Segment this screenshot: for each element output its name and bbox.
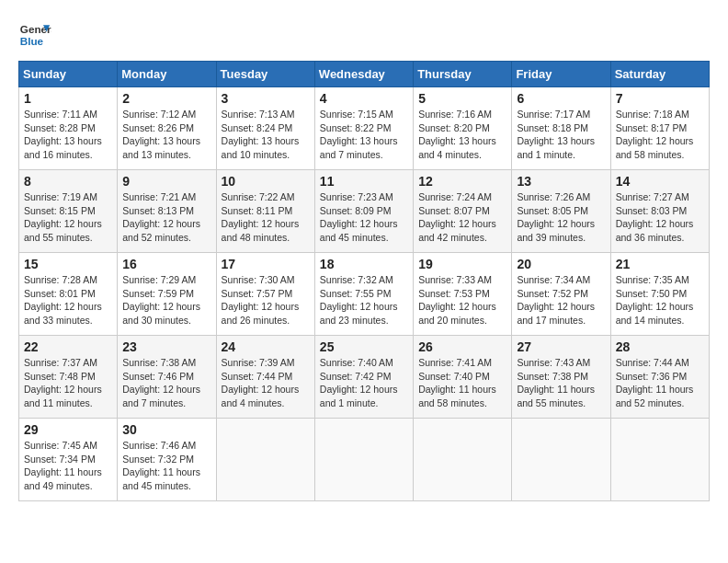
day-detail: Sunrise: 7:45 AMSunset: 7:34 PMDaylight:… [24,439,112,493]
table-row: 1Sunrise: 7:11 AMSunset: 8:28 PMDaylight… [19,87,118,170]
day-number: 8 [24,174,112,189]
calendar-week-row: 22Sunrise: 7:37 AMSunset: 7:48 PMDayligh… [19,336,710,419]
day-detail: Sunrise: 7:13 AMSunset: 8:24 PMDaylight:… [222,108,310,162]
day-number: 25 [320,339,408,354]
col-sunday: Sunday [19,62,118,87]
day-number: 10 [222,174,310,189]
table-row: 20Sunrise: 7:34 AMSunset: 7:52 PMDayligh… [512,253,610,336]
table-row: 7Sunrise: 7:18 AMSunset: 8:17 PMDaylight… [610,87,709,170]
col-friday: Friday [512,62,610,87]
day-detail: Sunrise: 7:27 AMSunset: 8:03 PMDaylight:… [616,190,704,245]
day-detail: Sunrise: 7:35 AMSunset: 7:50 PMDaylight:… [616,273,704,327]
table-row: 27Sunrise: 7:43 AMSunset: 7:38 PMDayligh… [512,336,610,419]
table-row: 28Sunrise: 7:44 AMSunset: 7:36 PMDayligh… [610,336,709,419]
table-row: 30Sunrise: 7:46 AMSunset: 7:32 PMDayligh… [118,419,216,501]
day-number: 24 [222,339,310,354]
table-row: 14Sunrise: 7:27 AMSunset: 8:03 PMDayligh… [610,170,709,253]
calendar-week-row: 1Sunrise: 7:11 AMSunset: 8:28 PMDaylight… [19,87,710,170]
table-row: 3Sunrise: 7:13 AMSunset: 8:24 PMDaylight… [216,87,314,170]
day-detail: Sunrise: 7:15 AMSunset: 8:22 PMDaylight:… [320,108,408,162]
day-detail: Sunrise: 7:39 AMSunset: 7:44 PMDaylight:… [222,356,310,410]
day-number: 4 [320,91,408,106]
table-row: 6Sunrise: 7:17 AMSunset: 8:18 PMDaylight… [512,87,610,170]
day-number: 18 [320,257,408,271]
table-row [610,419,709,501]
day-detail: Sunrise: 7:37 AMSunset: 7:48 PMDaylight:… [24,356,112,410]
day-number: 21 [616,257,704,271]
day-detail: Sunrise: 7:23 AMSunset: 8:09 PMDaylight:… [320,190,408,245]
table-row: 29Sunrise: 7:45 AMSunset: 7:34 PMDayligh… [19,419,118,501]
day-number: 14 [616,174,704,189]
day-detail: Sunrise: 7:41 AMSunset: 7:40 PMDaylight:… [418,356,506,410]
day-number: 22 [24,339,112,354]
col-monday: Monday [118,62,216,87]
day-number: 28 [616,339,704,354]
day-number: 6 [517,91,605,106]
table-row: 8Sunrise: 7:19 AMSunset: 8:15 PMDaylight… [19,170,118,253]
day-detail: Sunrise: 7:43 AMSunset: 7:38 PMDaylight:… [517,356,605,410]
logo-icon: General Blue [18,18,51,52]
day-detail: Sunrise: 7:21 AMSunset: 8:13 PMDaylight:… [122,190,210,245]
calendar-week-row: 29Sunrise: 7:45 AMSunset: 7:34 PMDayligh… [19,419,710,501]
day-number: 29 [24,422,112,437]
table-row: 9Sunrise: 7:21 AMSunset: 8:13 PMDaylight… [118,170,216,253]
day-number: 3 [222,91,310,106]
col-wednesday: Wednesday [314,62,413,87]
day-detail: Sunrise: 7:46 AMSunset: 7:32 PMDaylight:… [122,439,210,493]
day-number: 15 [24,257,112,271]
table-row [414,419,512,501]
svg-text:Blue: Blue [20,35,44,47]
table-row: 13Sunrise: 7:26 AMSunset: 8:05 PMDayligh… [512,170,610,253]
day-number: 19 [418,257,506,271]
day-detail: Sunrise: 7:38 AMSunset: 7:46 PMDaylight:… [122,356,210,410]
table-row: 22Sunrise: 7:37 AMSunset: 7:48 PMDayligh… [19,336,118,419]
logo: General Blue [18,18,51,52]
calendar-table: Sunday Monday Tuesday Wednesday Thursday… [18,61,710,501]
table-row: 19Sunrise: 7:33 AMSunset: 7:53 PMDayligh… [414,253,512,336]
day-detail: Sunrise: 7:28 AMSunset: 8:01 PMDaylight:… [24,273,112,327]
day-number: 9 [122,174,210,189]
day-number: 17 [222,257,310,271]
table-row [512,419,610,501]
table-row: 24Sunrise: 7:39 AMSunset: 7:44 PMDayligh… [216,336,314,419]
day-detail: Sunrise: 7:16 AMSunset: 8:20 PMDaylight:… [418,108,506,162]
table-row: 25Sunrise: 7:40 AMSunset: 7:42 PMDayligh… [314,336,413,419]
day-detail: Sunrise: 7:44 AMSunset: 7:36 PMDaylight:… [616,356,704,410]
table-row: 17Sunrise: 7:30 AMSunset: 7:57 PMDayligh… [216,253,314,336]
page-header: General Blue [18,18,710,52]
day-detail: Sunrise: 7:22 AMSunset: 8:11 PMDaylight:… [222,190,310,245]
table-row: 18Sunrise: 7:32 AMSunset: 7:55 PMDayligh… [314,253,413,336]
calendar-week-row: 15Sunrise: 7:28 AMSunset: 8:01 PMDayligh… [19,253,710,336]
table-row: 23Sunrise: 7:38 AMSunset: 7:46 PMDayligh… [118,336,216,419]
day-detail: Sunrise: 7:33 AMSunset: 7:53 PMDaylight:… [418,273,506,327]
day-detail: Sunrise: 7:30 AMSunset: 7:57 PMDaylight:… [222,273,310,327]
day-detail: Sunrise: 7:18 AMSunset: 8:17 PMDaylight:… [616,108,704,162]
table-row: 12Sunrise: 7:24 AMSunset: 8:07 PMDayligh… [414,170,512,253]
calendar-week-row: 8Sunrise: 7:19 AMSunset: 8:15 PMDaylight… [19,170,710,253]
calendar-header-row: Sunday Monday Tuesday Wednesday Thursday… [19,62,710,87]
day-number: 20 [517,257,605,271]
table-row: 21Sunrise: 7:35 AMSunset: 7:50 PMDayligh… [610,253,709,336]
day-number: 11 [320,174,408,189]
col-tuesday: Tuesday [216,62,314,87]
table-row: 4Sunrise: 7:15 AMSunset: 8:22 PMDaylight… [314,87,413,170]
day-detail: Sunrise: 7:24 AMSunset: 8:07 PMDaylight:… [418,190,506,245]
day-detail: Sunrise: 7:40 AMSunset: 7:42 PMDaylight:… [320,356,408,410]
table-row: 16Sunrise: 7:29 AMSunset: 7:59 PMDayligh… [118,253,216,336]
day-detail: Sunrise: 7:17 AMSunset: 8:18 PMDaylight:… [517,108,605,162]
day-detail: Sunrise: 7:12 AMSunset: 8:26 PMDaylight:… [122,108,210,162]
day-detail: Sunrise: 7:19 AMSunset: 8:15 PMDaylight:… [24,190,112,245]
day-detail: Sunrise: 7:26 AMSunset: 8:05 PMDaylight:… [517,190,605,245]
day-detail: Sunrise: 7:32 AMSunset: 7:55 PMDaylight:… [320,273,408,327]
col-saturday: Saturday [610,62,709,87]
day-number: 16 [122,257,210,271]
table-row: 5Sunrise: 7:16 AMSunset: 8:20 PMDaylight… [414,87,512,170]
day-number: 30 [122,422,210,437]
table-row: 15Sunrise: 7:28 AMSunset: 8:01 PMDayligh… [19,253,118,336]
table-row: 2Sunrise: 7:12 AMSunset: 8:26 PMDaylight… [118,87,216,170]
day-number: 23 [122,339,210,354]
day-number: 12 [418,174,506,189]
day-detail: Sunrise: 7:29 AMSunset: 7:59 PMDaylight:… [122,273,210,327]
table-row: 26Sunrise: 7:41 AMSunset: 7:40 PMDayligh… [414,336,512,419]
table-row: 11Sunrise: 7:23 AMSunset: 8:09 PMDayligh… [314,170,413,253]
